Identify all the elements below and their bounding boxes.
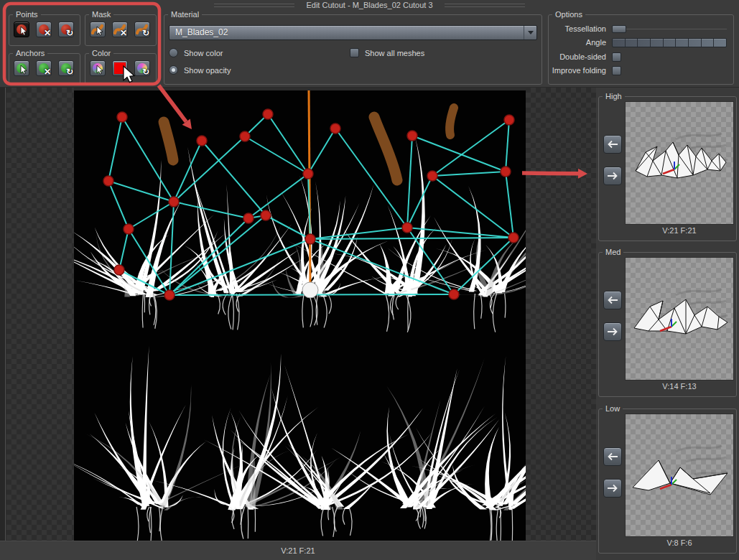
anchors-group-label: Anchors: [13, 49, 47, 58]
angle-segment: [651, 39, 664, 47]
chevron-down-icon: [528, 31, 534, 34]
lod-low-prev-button[interactable]: [603, 447, 622, 466]
checkbox-icon: [350, 48, 359, 57]
points-select-button[interactable]: [14, 22, 29, 37]
lod-group-high: High V:21 F:21: [598, 96, 737, 241]
tessellation-slider[interactable]: [612, 25, 727, 33]
mask-group-label: Mask: [89, 10, 113, 19]
lod-med-prev-button[interactable]: [603, 291, 622, 309]
show-all-meshes-label: Show all meshes: [365, 49, 424, 57]
rotate-arrow-icon: ↻: [66, 67, 73, 76]
edit-cutout-window: Edit Cutout - M_Blades_02 Cutout 3 Point…: [0, 0, 739, 560]
points-group-label: Points: [13, 10, 41, 19]
angle-slider[interactable]: [612, 38, 727, 47]
angle-segment: [714, 39, 726, 47]
workspace-background: [6, 88, 74, 541]
anchors-delete-button[interactable]: ✕: [36, 60, 52, 76]
lod-high-prev-button[interactable]: [603, 135, 622, 154]
angle-segment: [626, 39, 638, 47]
rotate-arrow-icon: ↻: [142, 29, 149, 37]
radio-icon: [169, 48, 178, 57]
color-group: Color ↻: [85, 53, 157, 85]
slider-handle[interactable]: [612, 25, 626, 33]
mask-group: Mask ✕↻: [85, 14, 157, 46]
mask-delete-button[interactable]: ✕: [112, 22, 128, 37]
show-color-label: Show color: [184, 49, 223, 57]
arrow-left-icon: [607, 140, 618, 149]
material-select[interactable]: M_Blades_02: [169, 25, 537, 40]
window-title: Edit Cutout - M_Blades_02 Cutout 3: [0, 1, 739, 10]
title-rule-right: [445, 4, 525, 7]
lod-group-low: Low V:8 F:6: [598, 409, 737, 554]
anchors-group: Anchors ✕↻: [9, 53, 80, 85]
tessellation-label: Tessellation: [549, 24, 606, 33]
radio-icon: [169, 65, 178, 75]
angle-segment: [702, 39, 715, 47]
cursor-icon: [19, 65, 28, 75]
status-vertex-face-count: V:21 F:21: [281, 546, 315, 555]
lod-med-preview: [625, 257, 734, 381]
points-rotate-button[interactable]: ↻: [58, 22, 74, 37]
angle-segment: [638, 39, 651, 47]
lod-high-preview: [625, 101, 734, 225]
angle-segment: [676, 39, 689, 47]
lod-med-vf-count: V:14 F:13: [625, 382, 734, 391]
arrow-left-icon: [607, 296, 618, 304]
double-sided-checkbox[interactable]: [612, 52, 621, 62]
delete-x-icon: ✕: [120, 29, 127, 37]
lod-sidebar: High V:21 F:21 Med V:14 F:13 Low: [596, 88, 739, 560]
toolbar-panel: Edit Cutout - M_Blades_02 Cutout 3 Point…: [0, 0, 739, 88]
angle-segment: [664, 39, 677, 47]
arrow-right-icon: [607, 484, 618, 493]
color-pick-button[interactable]: [90, 60, 106, 76]
arrow-left-icon: [607, 452, 618, 461]
show-color-radio[interactable]: Show color: [169, 48, 223, 57]
lod-high-vf-count: V:21 F:21: [625, 226, 734, 235]
lod-low-next-button[interactable]: [603, 479, 622, 498]
cursor-icon: [96, 26, 104, 36]
lod-low-preview: [625, 414, 734, 537]
color-rotate-button[interactable]: ↻: [134, 60, 150, 76]
lod-group-med: Med V:14 F:13: [598, 252, 737, 397]
cursor-icon: [19, 26, 28, 36]
cutout-edit-viewport[interactable]: [74, 90, 526, 541]
mask-select-button[interactable]: [90, 22, 106, 37]
double-sided-label: Double-sided: [549, 52, 606, 61]
show-all-meshes-checkbox[interactable]: Show all meshes: [350, 48, 424, 57]
material-selected-value: M_Blades_02: [169, 26, 524, 39]
material-group: Material M_Blades_02 Show color Show opa…: [164, 14, 542, 85]
rotate-arrow-icon: ↻: [142, 67, 149, 76]
workspace-background: [526, 88, 596, 541]
options-group: Options Tessellation Angle Double-sided …: [548, 14, 734, 85]
status-bar: V:21 F:21: [0, 541, 596, 560]
lod-med-next-button[interactable]: [603, 322, 622, 341]
points-group: Points ✕↻: [9, 14, 80, 46]
options-group-label: Options: [552, 10, 585, 19]
dropdown-arrow-button[interactable]: [524, 26, 536, 39]
title-rule-left: [214, 4, 294, 7]
rotate-arrow-icon: ↻: [66, 29, 73, 37]
anchors-rotate-button[interactable]: ↻: [58, 60, 74, 76]
material-group-label: Material: [168, 10, 202, 19]
points-delete-button[interactable]: ✕: [36, 22, 52, 37]
show-opacity-radio[interactable]: Show opacity: [169, 65, 231, 75]
show-opacity-label: Show opacity: [184, 66, 231, 75]
angle-segment: [613, 39, 626, 47]
delete-x-icon: ✕: [44, 29, 51, 37]
color-swatch-button[interactable]: [112, 60, 128, 76]
lod-low-vf-count: V:8 F:6: [625, 538, 734, 547]
mask-rotate-button[interactable]: ↻: [134, 22, 150, 37]
cursor-icon: [96, 65, 104, 75]
improve-folding-label: Improve folding: [549, 66, 606, 75]
angle-segment: [689, 39, 702, 47]
left-panel-edge: [0, 88, 6, 541]
color-group-label: Color: [89, 49, 113, 58]
color-swatch-icon: [114, 62, 126, 74]
delete-x-icon: ✕: [44, 67, 51, 76]
anchors-select-button[interactable]: [14, 60, 29, 76]
lod-high-next-button[interactable]: [603, 167, 622, 185]
slider-track: [626, 29, 727, 29]
arrow-right-icon: [607, 172, 618, 180]
improve-folding-checkbox[interactable]: [612, 66, 621, 75]
angle-label: Angle: [549, 38, 606, 47]
